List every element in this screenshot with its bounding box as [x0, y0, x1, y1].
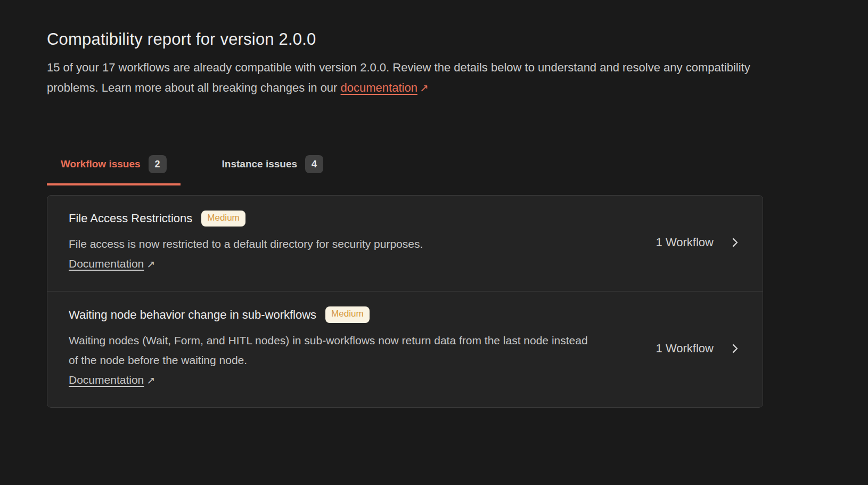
issue-description: Waiting nodes (Wait, Form, and HITL node…: [69, 330, 588, 370]
issue-documentation-link[interactable]: Documentation: [69, 257, 144, 270]
workflow-count-label: 1 Workflow: [656, 236, 714, 249]
issue-row-file-access-restrictions[interactable]: File Access Restrictions Medium File acc…: [47, 196, 763, 291]
tab-workflow-issues-count-badge: 2: [149, 155, 167, 173]
issue-documentation-link[interactable]: Documentation: [69, 374, 144, 386]
issue-meta: 1 Workflow: [640, 342, 741, 355]
tab-instance-issues-label: Instance issues: [222, 158, 298, 170]
issues-tabs: Workflow issues 2 Instance issues 4: [47, 145, 763, 185]
severity-badge: Medium: [201, 211, 245, 227]
workflow-count-label: 1 Workflow: [656, 342, 714, 355]
external-link-icon: ↗: [146, 258, 155, 270]
issue-description: File access is now restricted to a defau…: [69, 234, 423, 254]
issue-details: File Access Restrictions Medium File acc…: [69, 211, 423, 274]
issue-row-waiting-node-behavior[interactable]: Waiting node behavior change in sub-work…: [47, 291, 763, 407]
external-link-icon: ↗: [146, 375, 155, 386]
tab-instance-issues[interactable]: Instance issues 4: [208, 145, 338, 185]
external-link-icon: ↗: [420, 82, 429, 94]
issue-details: Waiting node behavior change in sub-work…: [69, 306, 588, 390]
issue-title: File Access Restrictions: [69, 212, 192, 225]
page-description: 15 of your 17 workflows are already comp…: [47, 58, 763, 98]
issue-title: Waiting node behavior change in sub-work…: [69, 308, 316, 322]
tab-instance-issues-count-badge: 4: [305, 155, 323, 173]
chevron-right-icon[interactable]: [728, 342, 741, 355]
chevron-right-icon[interactable]: [728, 236, 741, 249]
severity-badge: Medium: [325, 306, 369, 322]
issue-meta: 1 Workflow: [640, 236, 741, 249]
tab-workflow-issues[interactable]: Workflow issues 2: [47, 145, 181, 185]
documentation-link[interactable]: documentation: [341, 81, 417, 94]
tab-workflow-issues-label: Workflow issues: [61, 158, 141, 170]
compatibility-report-panel: Compatibility report for version 2.0.0 1…: [0, 0, 763, 408]
workflow-issues-list: File Access Restrictions Medium File acc…: [47, 195, 763, 408]
page-title: Compatibility report for version 2.0.0: [47, 30, 763, 49]
